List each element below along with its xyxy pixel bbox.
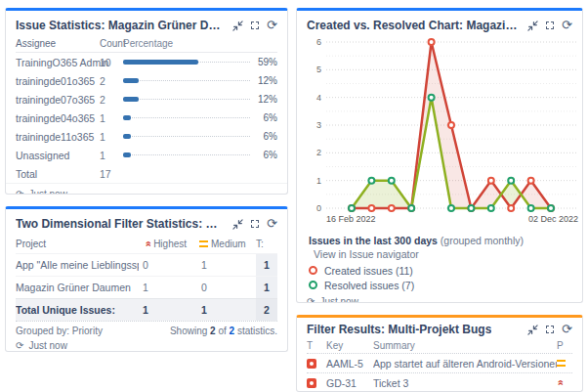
issue-stats-table: Assignee Count Percentage TrainingO365 A… [6, 36, 287, 183]
svg-text:02 Dec 2022: 02 Dec 2022 [528, 214, 578, 224]
percentage-bar [123, 152, 131, 157]
table-row: trainingde01o365 2 12% [16, 71, 277, 90]
priority-highest-icon: » [555, 379, 566, 385]
assignee-cell: trainingde04o365 [16, 112, 100, 124]
assignee-cell: trainingde07o365 [16, 94, 100, 106]
medium-count: 0 [197, 277, 256, 298]
issue-summary-link[interactable]: Ticket 3 [373, 377, 557, 389]
percentage-label: 6% [250, 150, 277, 160]
svg-text:0: 0 [316, 203, 321, 213]
assignee-cell: trainingde01o365 [16, 75, 100, 87]
total-medium: 1 [197, 299, 256, 321]
minimize-icon[interactable] [527, 21, 538, 31]
project-link[interactable]: Magazin Grüner Daumen [16, 277, 139, 298]
svg-text:5: 5 [316, 65, 321, 74]
expand-icon[interactable] [251, 22, 259, 29]
priority-medium-icon [199, 240, 208, 247]
issue-key-link[interactable]: GD-31 [326, 377, 373, 389]
expand-icon[interactable] [546, 22, 554, 29]
expand-icon[interactable] [251, 220, 259, 228]
gadget-title: Created vs. Resolved Chart: Magazin Grün… [307, 19, 520, 32]
percentage-cell: 6% [123, 150, 277, 160]
gadget-title: Issue Statistics: Magazin Grüner Daumen … [16, 19, 225, 32]
column-header-type: T [307, 340, 326, 351]
table-row: Unassigned 1 6% [16, 146, 277, 164]
created-resolved-chart: 012345616 Feb 202202 Dec 2022 [297, 36, 582, 230]
refresh-icon[interactable]: ⟳ [267, 219, 277, 229]
table-row: App "Alle meine Lieblingsspiele" 0 1 1 [16, 253, 277, 276]
svg-text:4: 4 [316, 93, 321, 103]
total-count: 1 [256, 254, 277, 276]
total-highest: 1 [139, 299, 197, 321]
last-updated: Just now [319, 296, 357, 303]
chart-legend: Issues in the last 300 days (grouped mon… [297, 230, 582, 292]
chart-caption: Issues in the last 300 days (grouped mon… [309, 235, 570, 246]
showing-total-link[interactable]: 2 [230, 326, 235, 336]
percentage-label: 59% [250, 57, 277, 67]
gadget-title: Filter Results: Multi-Projekt Bugs [307, 323, 491, 336]
percentage-cell: 6% [123, 131, 277, 142]
table-row: TrainingO365 Admin 10 59% [16, 53, 277, 71]
minimize-icon[interactable] [527, 325, 538, 335]
last-updated: Just now [28, 340, 66, 351]
issue-stats-body: TrainingO365 Admin 10 59% trainingde01o3… [16, 53, 277, 164]
view-in-issue-navigator-link[interactable]: View in Issue navigator [309, 246, 570, 263]
gadget-filter-results: Filter Results: Multi-Projekt Bugs ⟳ T K… [296, 315, 583, 392]
priority-cell: » [557, 377, 572, 388]
filter-results-table: T Key Summary P AAML-5 App startet auf ä… [297, 338, 582, 392]
table-row: Magazin Grüner Daumen 1 0 1 [16, 276, 277, 298]
table-row: trainingde04o365 1 6% [16, 109, 277, 127]
svg-text:3: 3 [316, 120, 321, 130]
minimize-icon[interactable] [232, 21, 243, 31]
column-header-assignee: Assignee [16, 38, 100, 49]
legend-item-resolved: Resolved issues (7) [309, 278, 570, 292]
percentage-bar [123, 134, 131, 139]
table-row: trainingde11o365 1 6% [16, 127, 277, 146]
expand-icon[interactable] [546, 326, 554, 333]
two-dim-body: App "Alle meine Lieblingsspiele" 0 1 1 M… [16, 253, 277, 322]
total-label: Total Unique Issues: [16, 299, 139, 321]
caption-light: (grouped monthly) [441, 235, 524, 246]
total-unique-row: Total Unique Issues: 1 1 2 [16, 298, 277, 321]
project-link[interactable]: App "Alle meine Lieblingsspiele" [16, 254, 139, 276]
count-cell: 10 [100, 57, 123, 68]
priority-highest-icon: » [143, 240, 153, 246]
column-header-key: Key [326, 340, 373, 351]
total-row: Total 17 [16, 164, 277, 183]
issue-summary-link[interactable]: App startet auf älteren Android-Versione… [373, 358, 557, 370]
showing-count: 2 [210, 326, 216, 336]
assignee-cell: TrainingO365 Admin [16, 57, 100, 68]
svg-text:1: 1 [316, 176, 321, 186]
column-header-project: Project [16, 239, 145, 249]
column-header-percentage: Percentage [123, 38, 173, 49]
count-cell: 2 [100, 75, 123, 87]
refresh-icon[interactable]: ⟳ [562, 21, 572, 30]
priority-medium-icon [557, 360, 566, 367]
caption-bold: Issues in the last 300 days [309, 235, 438, 246]
refresh-icon[interactable]: ⟳ [267, 21, 277, 30]
total-count: 1 [256, 277, 277, 298]
refresh-icon[interactable]: ⟳ [16, 190, 23, 196]
count-cell: 2 [100, 94, 123, 106]
refresh-icon[interactable]: ⟳ [16, 341, 23, 351]
line-chart: 012345616 Feb 202202 Dec 2022 [299, 36, 582, 228]
percentage-bar [123, 78, 139, 83]
total-label: Total [16, 168, 100, 180]
gadget-created-vs-resolved: Created vs. Resolved Chart: Magazin Grün… [296, 8, 583, 303]
svg-text:6: 6 [316, 37, 321, 47]
minimize-icon[interactable] [232, 219, 243, 230]
refresh-icon[interactable]: ⟳ [562, 325, 572, 334]
assignee-cell: Unassigned [16, 150, 100, 161]
medium-count: 1 [197, 254, 256, 276]
priority-cell [557, 360, 572, 367]
percentage-cell: 12% [123, 75, 277, 86]
legend-label: Resolved issues (7) [324, 280, 414, 291]
column-header-count: Count [100, 38, 123, 49]
refresh-icon[interactable]: ⟳ [307, 297, 315, 304]
percentage-bar-track [123, 152, 250, 157]
percentage-cell: 12% [123, 94, 277, 105]
showing-suffix: statistics. [237, 326, 277, 336]
created-series-icon [309, 266, 317, 275]
issue-key-link[interactable]: AAML-5 [326, 358, 373, 370]
gadget-title: Two Dimensional Filter Statistics: Multi… [16, 217, 225, 231]
